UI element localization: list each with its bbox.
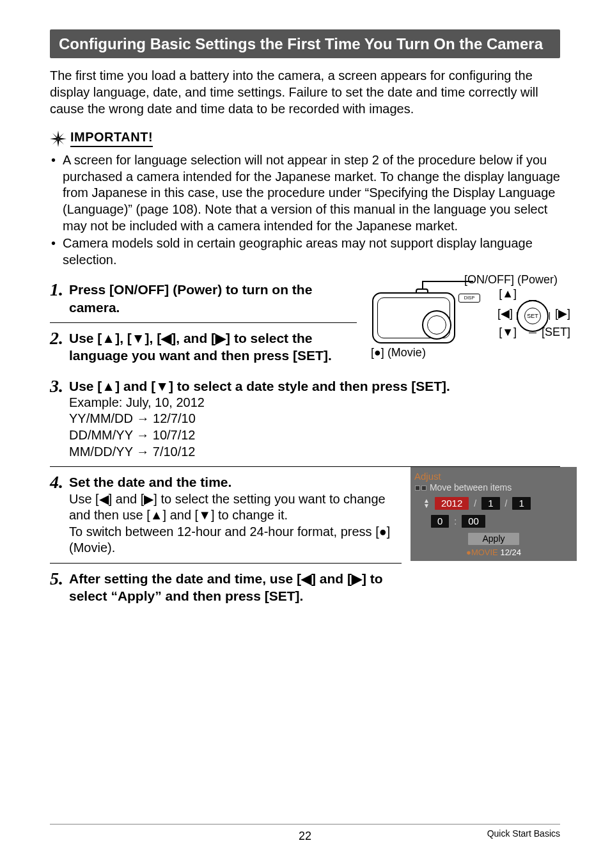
bullet-item: A screen for language selection will not… bbox=[50, 152, 560, 234]
label-left: [◀] bbox=[497, 306, 513, 320]
day-field[interactable]: 1 bbox=[512, 497, 530, 510]
date-fields: ▲▼ 2012 / 1 / 1 bbox=[423, 497, 573, 510]
label-down: [▼] bbox=[499, 326, 517, 339]
label-set: [SET] bbox=[542, 326, 570, 339]
label-movie: [●] (Movie) bbox=[371, 346, 426, 359]
apply-button[interactable]: Apply bbox=[468, 533, 519, 545]
section-header: Configuring Basic Settings the First Tim… bbox=[50, 29, 560, 58]
date-format-line: YY/MM/DD → 12/7/10 bbox=[69, 411, 450, 427]
adjust-subtitle-text: Move between items bbox=[430, 482, 512, 493]
svg-marker-0 bbox=[57, 130, 59, 139]
svg-marker-4 bbox=[58, 133, 64, 139]
step-number: 1. bbox=[50, 280, 69, 299]
step-number: 3. bbox=[50, 376, 69, 395]
svg-marker-5 bbox=[58, 139, 64, 145]
starburst-icon bbox=[50, 130, 66, 147]
step-number: 5. bbox=[50, 569, 69, 588]
step-heading: After setting the date and time, use [◀]… bbox=[69, 570, 402, 605]
step-heading: Press [ON/OFF] (Power) to turn on the ca… bbox=[69, 281, 357, 316]
step-body-line: To switch between 12-hour and 24-hour fo… bbox=[69, 524, 402, 556]
step-1: 1. Press [ON/OFF] (Power) to turn on the… bbox=[50, 274, 357, 323]
adjust-bottom-bar: ●MOVIE 12/24 bbox=[414, 548, 573, 558]
step-heading: Set the date and the time. bbox=[69, 473, 402, 491]
step-heading: Use [▲] and [▼] to select a date style a… bbox=[69, 377, 450, 395]
year-field[interactable]: 2012 bbox=[435, 497, 469, 510]
disp-button-graphic: DISP bbox=[458, 294, 480, 303]
page-footer: 22 Quick Start Basics bbox=[50, 824, 560, 839]
svg-marker-6 bbox=[52, 139, 58, 145]
toggle-label: 12/24 bbox=[500, 548, 521, 557]
date-format-line: DD/MM/YY → 10/7/12 bbox=[69, 427, 450, 444]
svg-marker-7 bbox=[52, 133, 58, 139]
example-line: Example: July, 10, 2012 bbox=[69, 395, 450, 411]
svg-marker-2 bbox=[57, 139, 59, 147]
step-5: 5. After setting the date and time, use … bbox=[50, 564, 402, 612]
adjust-title: Adjust bbox=[414, 471, 573, 482]
hour-field[interactable]: 0 bbox=[431, 515, 449, 528]
right-square-icon bbox=[421, 485, 426, 491]
adjust-subtitle: Move between items bbox=[414, 482, 573, 493]
important-callout: IMPORTANT! bbox=[50, 130, 560, 147]
bullet-item: Camera models sold in certain geographic… bbox=[50, 235, 560, 268]
time-fields: 0 : 00 bbox=[431, 515, 573, 528]
svg-marker-1 bbox=[58, 138, 66, 139]
important-bullets: A screen for language selection will not… bbox=[50, 152, 560, 268]
label-onoff: [ON/OFF] (Power) bbox=[464, 273, 558, 287]
step-4: 4. Set the date and the time. Use [◀] an… bbox=[50, 467, 402, 564]
left-square-icon bbox=[415, 485, 420, 491]
minute-field[interactable]: 00 bbox=[462, 515, 485, 528]
adjust-screen: Adjust Move between items ▲▼ 2012 / 1 / … bbox=[411, 467, 577, 561]
page-number: 22 bbox=[50, 830, 560, 843]
label-right: [▶] bbox=[555, 306, 570, 320]
step-number: 2. bbox=[50, 328, 69, 347]
important-label: IMPORTANT! bbox=[70, 130, 153, 147]
month-field[interactable]: 1 bbox=[481, 497, 499, 510]
updown-arrows-icon: ▲▼ bbox=[423, 498, 430, 509]
step-3: 3. Use [▲] and [▼] to select a date styl… bbox=[50, 371, 560, 468]
movie-label: ●MOVIE bbox=[466, 548, 498, 557]
camera-diagram: DISP SET [ON/OFF] (Power) [▲] [◀] [▼] [▶… bbox=[366, 274, 564, 364]
step-body-line: Use [◀] and [▶] to select the setting yo… bbox=[69, 491, 402, 524]
step-number: 4. bbox=[50, 472, 69, 491]
steps-list: 1. Press [ON/OFF] (Power) to turn on the… bbox=[50, 274, 560, 611]
step-2: 2. Use [▲], [▼], [◀], and [▶] to select … bbox=[50, 323, 357, 371]
intro-paragraph: The first time you load a battery into t… bbox=[50, 67, 560, 117]
svg-marker-3 bbox=[50, 138, 58, 139]
label-up: [▲] bbox=[499, 287, 517, 301]
date-format-line: MM/DD/YY → 7/10/12 bbox=[69, 444, 450, 461]
step-heading: Use [▲], [▼], [◀], and [▶] to select the… bbox=[69, 329, 357, 365]
